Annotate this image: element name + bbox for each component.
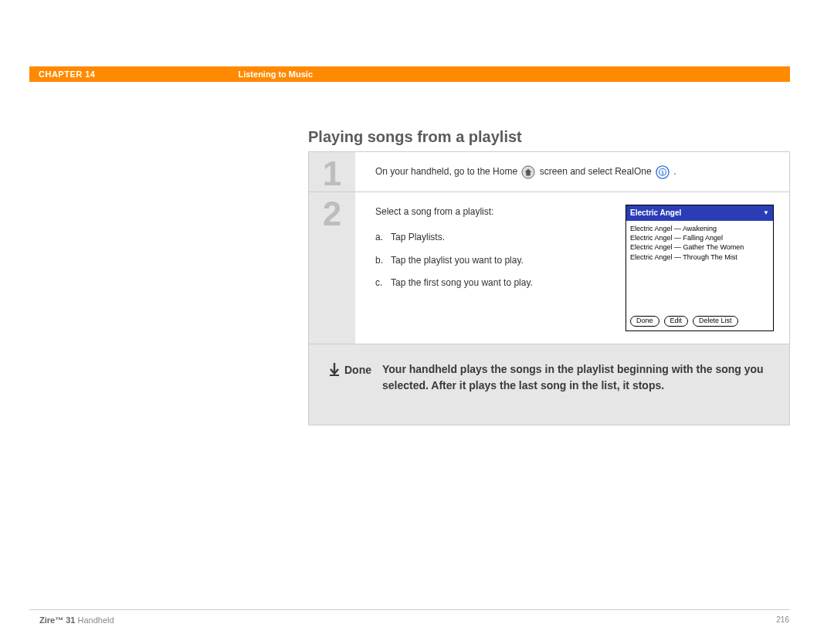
substep-c-letter: c.: [375, 276, 391, 290]
step-1-text-c: .: [673, 166, 676, 177]
playlist-item-1: Electric Angel — Falling Angel: [630, 233, 769, 242]
playlist-delete-button: Delete List: [693, 316, 738, 327]
playlist-screenshot: Electric Angel ▼ Electric Angel — Awaken…: [626, 205, 774, 331]
substep-c-text: Tap the first song you want to play.: [391, 276, 612, 290]
chapter-label: CHAPTER 14: [39, 69, 95, 79]
playlist-done-button: Done: [630, 316, 659, 327]
step-1-number: 1: [323, 157, 341, 191]
done-label: Done: [344, 362, 371, 378]
instruction-box: 1 On your handheld, go to the Home scree…: [308, 151, 790, 425]
step-2-intro: Select a song from a playlist:: [375, 205, 612, 219]
playlist-body: Electric Angel — Awakening Electric Ange…: [626, 221, 773, 314]
step-2-text-block: Select a song from a playlist: a. Tap Pl…: [375, 205, 612, 298]
step-1-text: On your handheld, go to the Home screen …: [375, 164, 774, 179]
footer-page-number: 216: [776, 615, 789, 624]
playlist-footer: Done Edit Delete List: [626, 314, 773, 330]
step-1-number-cell: 1: [309, 152, 355, 192]
chapter-header-bar: CHAPTER 14 Listening to Music: [29, 66, 790, 82]
step-2-number-cell: 2: [309, 192, 355, 344]
dropdown-arrow-icon: ▼: [763, 208, 769, 219]
step-2-substeps: a. Tap Playlists. b. Tap the playlist yo…: [375, 230, 612, 290]
substep-b-letter: b.: [375, 253, 391, 268]
step-1-row: 1 On your handheld, go to the Home scree…: [309, 152, 789, 192]
footer-product: Zire™ 31 Handheld: [39, 615, 114, 625]
playlist-item-0: Electric Angel — Awakening: [630, 224, 769, 233]
playlist-edit-button: Edit: [664, 316, 689, 327]
substep-b-text: Tap the playlist you want to play.: [391, 253, 612, 268]
substep-a: a. Tap Playlists.: [375, 230, 612, 245]
substep-a-text: Tap Playlists.: [391, 230, 612, 245]
down-arrow-icon: [329, 362, 340, 376]
footer-product-bold: Zire™ 31: [39, 615, 75, 625]
substep-b: b. Tap the playlist you want to play.: [375, 253, 612, 268]
home-icon: [521, 165, 535, 179]
substep-c: c. Tap the first song you want to play.: [375, 276, 612, 290]
step-1-text-a: On your handheld, go to the Home: [375, 166, 517, 177]
realone-icon: 1: [656, 165, 670, 179]
done-text: Your handheld plays the songs in the pla…: [382, 361, 769, 394]
step-2-number: 2: [323, 197, 341, 231]
playlist-item-2: Electric Angel — Gather The Women: [630, 242, 769, 252]
playlist-title: Electric Angel: [630, 207, 681, 219]
done-arrow-cell: Done: [329, 361, 371, 394]
step-1-text-b: screen and select RealOne: [540, 166, 652, 177]
svg-text:1: 1: [661, 169, 664, 176]
done-row: Done Your handheld plays the songs in th…: [309, 344, 789, 425]
step-2-row: 2 Select a song from a playlist: a. Tap …: [309, 192, 789, 344]
footer-product-rest: Handheld: [75, 615, 114, 625]
substep-a-letter: a.: [375, 230, 391, 245]
page-title: Playing songs from a playlist: [308, 128, 522, 146]
playlist-header: Electric Angel ▼: [626, 205, 773, 221]
section-label: Listening to Music: [238, 69, 313, 79]
playlist-item-3: Electric Angel — Through The Mist: [630, 253, 769, 262]
step-1-content: On your handheld, go to the Home screen …: [355, 152, 789, 192]
footer-rule: [29, 609, 790, 610]
step-2-content: Select a song from a playlist: a. Tap Pl…: [355, 192, 789, 344]
